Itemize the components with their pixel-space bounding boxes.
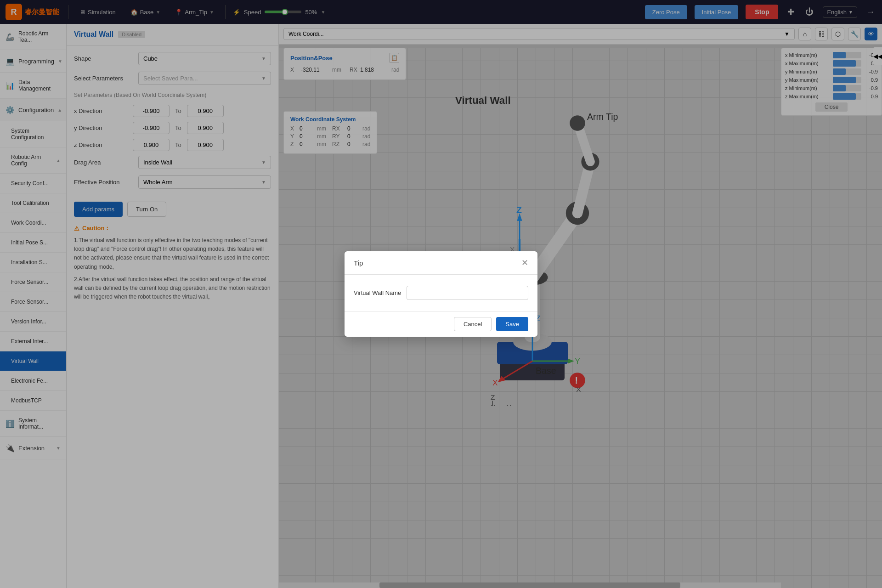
dialog-save-button[interactable]: Save bbox=[496, 317, 528, 331]
dialog-footer: Cancel Save bbox=[345, 311, 537, 337]
dialog-field: Virtual Wall Name bbox=[354, 286, 528, 300]
dialog-field-label: Virtual Wall Name bbox=[354, 289, 401, 296]
dialog-close-button[interactable]: ✕ bbox=[521, 258, 528, 268]
dialog-cancel-button[interactable]: Cancel bbox=[454, 317, 492, 331]
dialog-header: Tip ✕ bbox=[345, 251, 537, 275]
virtual-wall-name-input[interactable] bbox=[407, 286, 528, 300]
dialog-title: Tip bbox=[354, 259, 363, 267]
dialog-body: Virtual Wall Name bbox=[345, 275, 537, 311]
dialog-overlay: Tip ✕ Virtual Wall Name Cancel Save bbox=[0, 0, 882, 588]
tip-dialog: Tip ✕ Virtual Wall Name Cancel Save bbox=[345, 251, 537, 337]
